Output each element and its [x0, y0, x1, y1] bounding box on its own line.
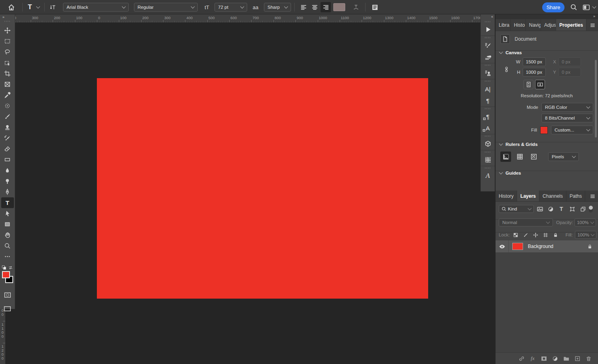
text-color-swatch[interactable] [333, 3, 345, 11]
tab-libraries[interactable]: Libra [496, 19, 511, 31]
ruler-units-select[interactable]: Pixels [548, 152, 579, 161]
opacity-select[interactable]: 100% [574, 218, 596, 226]
pen-tool[interactable] [1, 187, 14, 197]
screen-mode-button[interactable] [1, 303, 14, 314]
height-input[interactable]: 1000 px [523, 68, 546, 77]
expand-tools-icon[interactable]: » [0, 14, 15, 20]
brushes-panel[interactable] [482, 51, 494, 63]
font-size-select[interactable]: 72 pt [214, 0, 247, 14]
rectangle-tool[interactable] [1, 219, 14, 230]
warp-text-button[interactable] [351, 0, 361, 14]
filter-pixel-layers-icon[interactable] [535, 205, 545, 213]
rulers-toggle-button[interactable] [500, 152, 511, 162]
tools-grip[interactable] [4, 21, 11, 22]
layer-style-fx-icon[interactable]: fx [529, 354, 537, 362]
eraser-tool[interactable] [1, 144, 14, 154]
search-icon[interactable] [569, 0, 578, 14]
lock-all-icon[interactable] [552, 231, 559, 239]
new-group-icon[interactable] [562, 354, 570, 362]
type-tool-preset[interactable]: T [25, 0, 35, 14]
link-layers-icon[interactable] [517, 354, 525, 362]
dock-grip[interactable] [485, 167, 491, 169]
workspace-chevron-icon[interactable] [592, 0, 596, 14]
dock-grip[interactable] [485, 65, 491, 66]
default-colors-icon[interactable] [2, 265, 7, 270]
delete-layer-icon[interactable] [584, 354, 592, 362]
dock-grip[interactable] [485, 21, 491, 22]
lock-artboard-icon[interactable] [542, 231, 549, 239]
dock-grip[interactable] [485, 37, 491, 38]
toggle-panels-button[interactable] [369, 0, 380, 14]
pattern-preview-panel[interactable] [482, 154, 494, 165]
portrait-orientation-button[interactable] [523, 80, 533, 89]
lock-pixels-icon[interactable] [522, 231, 529, 239]
horizontal-ruler[interactable]: 4003002001000100200300400500600700800900… [15, 14, 480, 23]
align-right-button[interactable] [321, 2, 331, 12]
home-button[interactable] [6, 0, 17, 14]
collapse-panels-icon[interactable]: » [496, 14, 598, 19]
properties-menu-icon[interactable] [590, 22, 596, 28]
clone-stamp-tool[interactable] [1, 122, 14, 133]
lasso-tool[interactable] [1, 47, 14, 57]
lock-transparency-icon[interactable] [512, 231, 520, 239]
blur-tool[interactable] [1, 165, 14, 176]
move-tool[interactable] [1, 25, 14, 36]
eyedropper-tool[interactable] [1, 90, 14, 100]
pixel-grid-toggle-button[interactable] [528, 152, 539, 162]
width-input[interactable]: 1500 px [523, 57, 546, 66]
brush-settings-panel[interactable] [482, 40, 494, 51]
tab-layers[interactable]: Layers [517, 191, 539, 201]
lock-position-icon[interactable] [532, 231, 539, 239]
collapse-canvas-icon[interactable] [499, 50, 503, 54]
share-button[interactable]: Share [542, 2, 565, 12]
dock-grip[interactable] [485, 136, 491, 137]
rectangular-marquee-tool[interactable] [1, 36, 14, 47]
tab-properties[interactable]: Properties [556, 19, 586, 31]
layer-filter-toggle[interactable] [589, 206, 593, 212]
tab-channels[interactable]: Channels [539, 191, 567, 201]
new-layer-icon[interactable] [573, 354, 581, 362]
character-panel[interactable]: A| [482, 83, 494, 94]
layer-thumbnail[interactable] [512, 243, 523, 250]
quick-mask-button[interactable] [1, 289, 14, 300]
filter-shape-layers-icon[interactable] [567, 205, 577, 213]
character-styles-panel[interactable]: A [482, 122, 494, 134]
properties-scrollbar[interactable] [595, 60, 597, 138]
new-adjustment-layer-icon[interactable] [551, 354, 559, 362]
blend-mode-select[interactable]: Normal [499, 218, 553, 226]
grid-toggle-button[interactable] [514, 152, 525, 162]
filter-adjustment-layers-icon[interactable] [546, 205, 555, 213]
collapse-rulers-grids-icon[interactable] [499, 142, 503, 146]
fill-opacity-select[interactable]: 100% [575, 231, 596, 239]
align-left-button[interactable] [298, 2, 309, 12]
layer-filter-kind-select[interactable]: Kind [499, 205, 534, 213]
brush-tool[interactable] [1, 111, 14, 122]
tab-histogram[interactable]: Histo [511, 19, 526, 31]
clone-source-panel[interactable] [482, 67, 494, 79]
filter-smart-objects-icon[interactable] [578, 205, 588, 213]
hand-tool[interactable] [1, 230, 14, 240]
tool-preset-chevron-icon[interactable] [35, 0, 41, 14]
tab-paths[interactable]: Paths [567, 191, 586, 201]
paragraph-styles-panel[interactable]: ¶ [482, 111, 494, 122]
link-dimensions-icon[interactable] [504, 61, 509, 78]
layer-visibility-eye-icon[interactable] [496, 240, 509, 252]
layer-name[interactable]: Background [528, 244, 587, 249]
gradient-tool[interactable] [1, 154, 14, 165]
history-brush-tool[interactable] [1, 133, 14, 144]
layer-row-background[interactable]: Background [496, 240, 598, 252]
layers-menu-icon[interactable] [590, 193, 596, 199]
collapse-guides-icon[interactable] [499, 171, 503, 175]
collapse-dock-icon[interactable]: « [481, 14, 495, 20]
glyphs-panel[interactable]: A [482, 170, 494, 181]
edit-toolbar[interactable] [1, 251, 14, 262]
add-layer-mask-icon[interactable] [540, 354, 548, 362]
actions-panel[interactable] [482, 24, 494, 35]
bit-depth-select[interactable]: 8 Bits/Channel [541, 114, 593, 122]
swap-colors-icon[interactable] [8, 265, 13, 270]
paragraph-panel[interactable]: ¶ [482, 95, 494, 106]
dock-grip[interactable] [485, 152, 491, 153]
canvas-fill-swatch[interactable] [540, 126, 548, 134]
filter-type-layers-icon[interactable]: T [557, 205, 566, 213]
type-tool[interactable]: T [1, 197, 14, 208]
